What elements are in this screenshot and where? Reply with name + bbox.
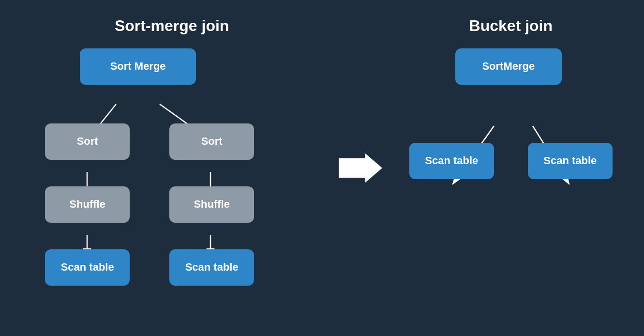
bucket-scan-left-label: Scan table [425,154,478,167]
shuffle-right-label: Shuffle [194,198,230,211]
bucket-sort-merge-node: SortMerge [455,48,562,85]
shuffle-left-label: Shuffle [69,198,105,211]
arrow-svg [339,151,382,185]
sort-left-box: Sort [45,123,130,160]
sort-right-label: Sort [201,135,223,148]
sort-left-label: Sort [77,135,98,148]
scan-left-label: Scan table [61,261,114,274]
scan-left-box: Scan table [45,249,130,286]
right-diagram: SortMerge Scan table Scan table [409,48,613,320]
svg-marker-7 [339,153,382,183]
scan-left-node: Scan table [45,249,130,286]
scan-right-box: Scan table [169,249,254,286]
bucket-scan-right-box: Scan table [528,143,613,179]
right-section: Bucket join SortMerge [409,17,613,320]
shuffle-left-node: Shuffle [45,186,130,223]
bucket-sort-merge-box: SortMerge [455,48,562,85]
sort-right-box: Sort [169,123,254,160]
scan-right-label: Scan table [185,261,239,274]
arrow-right [336,151,385,185]
main-container: Sort-merge join [0,0,644,336]
sort-merge-box: Sort Merge [80,48,196,85]
bucket-sort-merge-label: SortMerge [482,60,535,73]
shuffle-right-box: Shuffle [169,186,254,223]
sort-merge-label: Sort Merge [110,60,166,73]
bucket-scan-left-node: Scan table [409,143,494,179]
sort-left-node: Sort [45,123,130,160]
right-section-title: Bucket join [469,17,553,35]
shuffle-right-node: Shuffle [169,186,254,223]
bucket-scan-right-label: Scan table [543,154,597,167]
sort-right-node: Sort [169,123,254,160]
left-section: Sort-merge join [31,17,312,320]
scan-right-node: Scan table [169,249,254,286]
shuffle-left-box: Shuffle [45,186,130,223]
bucket-scan-right-node: Scan table [528,143,613,179]
sort-merge-node: Sort Merge [80,48,196,85]
left-diagram: Sort Merge Sort Sort Shuffle [31,48,312,320]
left-section-title: Sort-merge join [115,17,229,35]
bucket-scan-left-box: Scan table [409,143,494,179]
